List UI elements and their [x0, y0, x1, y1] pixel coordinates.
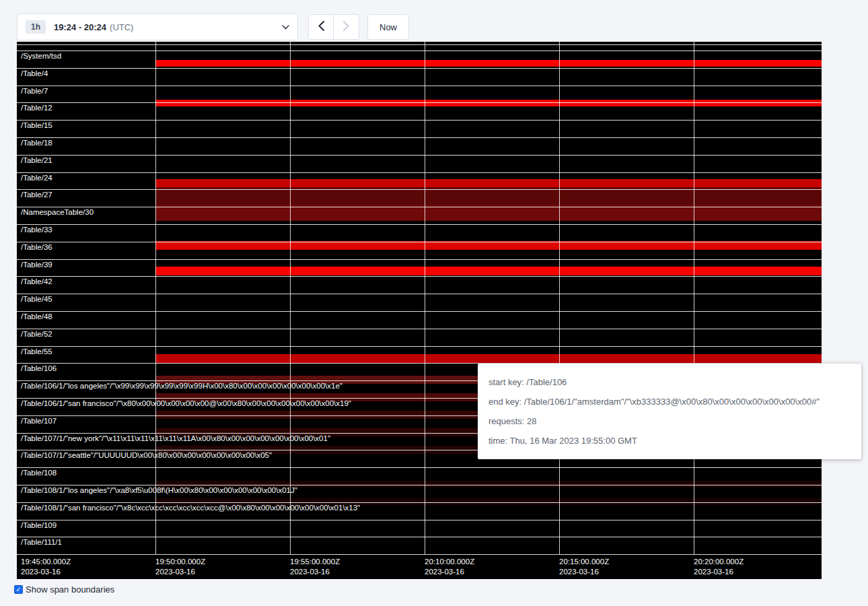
heatmap-canvas[interactable]: /System/tsd/Table/4/Table/7/Table/12/Tab…	[17, 42, 822, 579]
span-boundary-line	[17, 50, 822, 51]
next-range-button[interactable]	[334, 14, 359, 40]
span-boundary-line	[17, 502, 822, 503]
tick-time: 20:15:00.000Z	[559, 557, 609, 567]
span-key-label: /Table/106	[21, 364, 57, 372]
tick-time: 19:50:00.000Z	[155, 557, 205, 567]
gridline-vertical	[290, 42, 291, 554]
span-key-label: /Table/33	[21, 226, 52, 234]
tick-date: 2023-03-16	[21, 567, 71, 577]
tick-date: 2023-03-16	[290, 567, 340, 577]
tick-time: 20:10:00.000Z	[425, 557, 474, 567]
chevron-down-icon	[282, 25, 289, 30]
show-span-boundaries-label[interactable]: Show span boundaries	[26, 584, 114, 595]
span-boundary-line	[17, 276, 822, 277]
span-key-label: /Table/4	[21, 69, 48, 77]
span-key-label: /Table/27	[21, 191, 52, 199]
span-key-label: /Table/15	[21, 121, 52, 129]
span-key-label: /Table/107/1/"seattle"/"UUUUUUD\x00\x80\…	[21, 451, 272, 459]
span-boundary-line	[17, 68, 822, 69]
now-button[interactable]: Now	[367, 14, 409, 40]
tick-date: 2023-03-16	[559, 567, 609, 577]
span-key-label: /NamespaceTable/30	[21, 208, 94, 216]
span-boundary-line	[17, 259, 822, 260]
span-boundary-line	[17, 189, 822, 190]
show-span-boundaries-checkbox[interactable]: ✓	[14, 585, 23, 594]
span-boundary-line	[17, 294, 822, 294]
time-tick-label: 19:50:00.000Z2023-03-16	[155, 557, 205, 577]
span-boundary-line	[17, 520, 822, 520]
time-tick-label: 19:55:00.000Z2023-03-16	[290, 557, 340, 577]
span-key-label: /Table/7	[21, 87, 48, 95]
time-nav-group	[308, 14, 359, 40]
heat-band[interactable]	[155, 354, 822, 363]
tick-time: 19:55:00.000Z	[290, 557, 340, 567]
span-key-label: /Table/111/1	[21, 538, 62, 546]
time-tick-label: 20:10:00.000Z2023-03-16	[425, 557, 474, 577]
tooltip-start-key: start key: /Table/106	[489, 377, 851, 387]
gridline-vertical	[155, 42, 156, 554]
tooltip-end-key: end key: /Table/106/1/"amsterdam"/"\xb33…	[489, 397, 851, 407]
span-key-label: /Table/108	[21, 469, 57, 477]
chevron-left-icon	[318, 21, 324, 33]
span-key-label: /Table/24	[21, 174, 52, 182]
span-key-label: /Table/107/1/"new york"/"\x11\x11\x11\x1…	[21, 434, 330, 442]
time-tick-label: 20:20:00.000Z2023-03-16	[694, 557, 744, 577]
tick-date: 2023-03-16	[425, 567, 474, 577]
tick-time: 20:20:00.000Z	[694, 557, 744, 567]
span-key-label: /Table/39	[21, 261, 52, 269]
span-key-label: /Table/108/1/"los angeles"/"\xa8\xf5\u00…	[21, 486, 297, 494]
prev-range-button[interactable]	[308, 14, 334, 40]
span-boundary-line	[17, 224, 822, 225]
span-boundary-line	[17, 467, 822, 468]
span-boundary-line	[17, 242, 822, 242]
span-key-label: /Table/45	[21, 295, 52, 303]
gridline-vertical	[559, 42, 560, 554]
axis-line	[17, 554, 822, 555]
span-boundary-line	[17, 311, 822, 312]
span-key-label: /Table/18	[21, 139, 52, 147]
span-boundary-line	[17, 537, 822, 537]
span-key-label: /Table/109	[21, 521, 57, 529]
span-boundary-line	[17, 207, 822, 207]
heat-band[interactable]	[155, 100, 822, 106]
span-key-label: /Table/36	[21, 243, 52, 251]
span-key-label: /Table/21	[21, 156, 52, 164]
span-key-label: /Table/12	[21, 104, 52, 112]
hover-tooltip: start key: /Table/106 end key: /Table/10…	[478, 364, 861, 459]
span-key-label: /Table/106/1/"los angeles"/"\x99\x99\x99…	[21, 382, 342, 390]
span-boundary-line	[17, 86, 822, 86]
tooltip-time: time: Thu, 16 Mar 2023 19:55:00 GMT	[489, 436, 851, 446]
heat-band[interactable]	[155, 179, 822, 187]
span-boundary-line	[17, 329, 822, 329]
heat-band[interactable]	[155, 60, 822, 67]
span-boundary-line	[17, 346, 822, 347]
span-boundaries-control: ✓ Show span boundaries	[14, 584, 114, 595]
time-tick-label: 20:15:00.000Z2023-03-16	[559, 557, 609, 577]
time-tick-label: 19:45:00.000Z2023-03-16	[21, 557, 71, 577]
tick-time: 19:45:00.000Z	[21, 557, 71, 567]
span-key-label: /Table/48	[21, 312, 52, 321]
span-key-label: /Table/107	[21, 417, 57, 425]
span-boundary-line	[17, 120, 822, 121]
heat-band[interactable]	[155, 267, 822, 275]
gridline-vertical	[425, 42, 425, 554]
tick-date: 2023-03-16	[155, 567, 205, 577]
span-boundary-line	[17, 155, 822, 156]
range-timezone: (UTC)	[110, 22, 133, 32]
span-boundary-line	[17, 172, 822, 173]
span-key-label: /Table/42	[21, 277, 52, 285]
span-boundary-line	[17, 102, 822, 103]
range-text: 19:24 - 20:24	[54, 22, 106, 32]
span-key-label: /Table/108/1/"san francisco"/"\x8c\xcc\x…	[21, 504, 360, 512]
span-boundary-line	[17, 44, 822, 45]
span-key-label: /Table/106/1/"san francisco"/"\x80\x00\x…	[21, 399, 351, 407]
tick-date: 2023-03-16	[694, 567, 744, 577]
span-key-label: /Table/55	[21, 347, 52, 356]
tooltip-requests: requests: 28	[489, 416, 851, 426]
gridline-vertical	[694, 42, 694, 554]
time-range-selector[interactable]: 1h 19:24 - 20:24 (UTC)	[17, 13, 298, 40]
span-boundary-line	[17, 137, 822, 138]
chevron-right-icon	[343, 21, 349, 33]
span-key-label: /Table/52	[21, 330, 52, 338]
span-key-label: /System/tsd	[21, 52, 61, 60]
